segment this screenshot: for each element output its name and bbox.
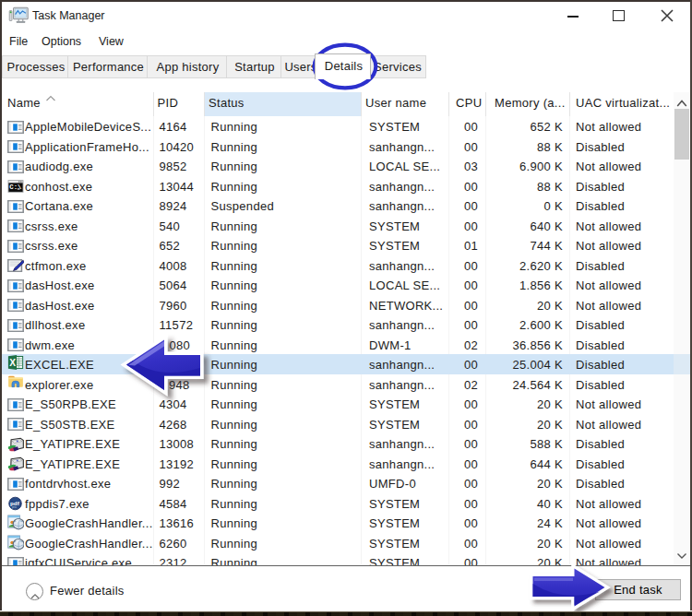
svg-text:C:\: C:\ <box>10 184 22 192</box>
svg-text:pro: pro <box>12 505 17 509</box>
svg-text:X: X <box>10 358 17 368</box>
